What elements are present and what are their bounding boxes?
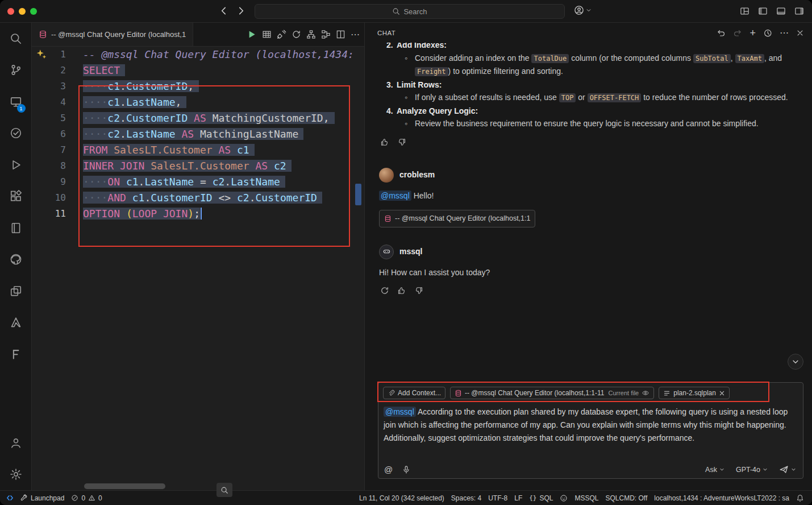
chat-history-icon[interactable]	[763, 28, 772, 38]
query-plan-icon[interactable]	[321, 30, 331, 39]
f-logo-icon[interactable]	[2, 338, 30, 370]
token-x	[213, 144, 219, 156]
command-center-search[interactable]: Search	[255, 4, 565, 19]
database-projects-icon[interactable]	[2, 275, 30, 307]
code-line[interactable]: ····c2.CustomerID AS MatchingCustomerID,	[83, 110, 354, 126]
token-x	[268, 160, 274, 172]
inline-code: TOP	[559, 93, 576, 102]
connect-plug-icon[interactable]	[277, 30, 286, 39]
chat-input-text[interactable]: @mssql According to the execution plan s…	[378, 401, 803, 445]
more-actions-icon[interactable]: ⋯	[351, 29, 360, 40]
token-x	[231, 144, 237, 156]
token-p: .	[120, 128, 126, 140]
thumbs-up-icon[interactable]	[395, 284, 408, 297]
encoding-status[interactable]: UTF-8	[485, 491, 511, 505]
extensions-icon[interactable]	[2, 181, 30, 213]
indentation-status[interactable]: Spaces: 4	[448, 491, 485, 505]
token-i: LastName	[144, 176, 194, 188]
editor-body[interactable]: 1234567891011 -- @mssql Chat Query Edito…	[32, 47, 364, 490]
accounts-icon[interactable]	[2, 427, 30, 459]
microphone-icon[interactable]	[402, 465, 411, 474]
redo-icon[interactable]	[733, 28, 742, 38]
eol-status[interactable]: LF	[511, 491, 526, 505]
code-line[interactable]: FROM SalesLT.Customer AS c1	[83, 142, 354, 158]
mention-chip[interactable]: @mssql	[384, 407, 416, 417]
model-dropdown[interactable]: GPT-4o	[736, 466, 768, 474]
thumbs-down-icon[interactable]	[395, 136, 408, 148]
code-line[interactable]: OPTION (LOOP JOIN);	[83, 206, 354, 222]
toggle-primary-sidebar-icon[interactable]	[758, 6, 768, 16]
inline-code: SubTotal	[693, 54, 731, 63]
eye-icon[interactable]	[642, 389, 649, 397]
plan-file-chip[interactable]: plan-2.sqlplan	[659, 387, 730, 399]
code-line[interactable]: ····c1.LastName,	[83, 94, 354, 110]
code-line[interactable]: ····AND c1.CustomerID <> c2.CustomerID	[83, 190, 354, 206]
horizontal-scrollbar[interactable]	[84, 483, 165, 489]
split-editor-icon[interactable]	[336, 30, 345, 39]
azure-icon[interactable]	[2, 307, 30, 339]
token-x	[194, 176, 200, 188]
problems-button[interactable]: 0 0	[68, 491, 105, 505]
code-line[interactable]: ····c1.CustomerID,	[83, 78, 354, 94]
token-i: CustomerID	[256, 192, 317, 204]
check-circle-icon[interactable]	[2, 118, 30, 150]
send-button[interactable]	[779, 465, 796, 474]
remote-indicator[interactable]	[5, 491, 16, 505]
token-k: AS	[255, 160, 268, 172]
undo-icon[interactable]	[717, 28, 726, 38]
chat-input-box[interactable]: Add Context... -- @mssql Chat Query Edit…	[378, 382, 803, 479]
code-line[interactable]: SELECT	[83, 63, 354, 78]
mode-dropdown[interactable]: Ask	[705, 466, 724, 474]
scrollbar-selection-decoration[interactable]	[355, 184, 361, 205]
launchpad-button[interactable]: Launchpad	[16, 491, 68, 505]
code-line[interactable]: ····ON c1.LastName = c2.LastName	[83, 174, 354, 190]
thumbs-up-icon[interactable]	[378, 136, 391, 148]
remote-explorer-icon[interactable]: 1	[2, 86, 30, 118]
chat-more-icon[interactable]: ⋯	[780, 27, 789, 38]
mention-picker-icon[interactable]: @	[384, 465, 393, 474]
close-chat-icon[interactable]	[796, 29, 804, 37]
customize-layout-icon[interactable]	[740, 6, 749, 16]
language-mode-status[interactable]: {} SQL	[526, 491, 556, 505]
mention-chip[interactable]: @mssql	[379, 191, 411, 201]
back-icon[interactable]	[219, 6, 229, 16]
run-and-debug-icon[interactable]	[2, 149, 30, 181]
toggle-secondary-sidebar-icon[interactable]	[794, 6, 804, 16]
toggle-panel-icon[interactable]	[776, 6, 786, 16]
mssql-status[interactable]: MSSQL	[571, 491, 602, 505]
code-line[interactable]: INNER JOIN SalesLT.Customer AS c2	[83, 158, 354, 174]
code-line[interactable]: -- @mssql Chat Query Editor (localhost,1…	[83, 47, 354, 63]
regenerate-icon[interactable]	[378, 284, 391, 297]
change-connection-icon[interactable]	[292, 30, 301, 39]
run-query-icon[interactable]	[246, 29, 257, 40]
search-view-icon[interactable]	[2, 23, 30, 55]
source-control-icon[interactable]	[2, 55, 30, 86]
current-file-chip[interactable]: -- @mssql Chat Query Editor (localhost,1…	[450, 387, 654, 399]
message-attachment-chip[interactable]: -- @mssql Chat Query Editor (localhost,1…	[379, 210, 535, 227]
zoom-window-button[interactable]	[30, 8, 37, 15]
code-area[interactable]: -- @mssql Chat Query Editor (localhost,1…	[83, 47, 354, 222]
connection-status[interactable]: localhost,1434 : AdventureWorksLT2022 : …	[651, 491, 793, 505]
account-menu[interactable]	[574, 5, 592, 15]
editor-tab[interactable]: -- @mssql Chat Query Editor (localhost,1	[32, 23, 193, 46]
feedback-smiley-icon[interactable]	[556, 491, 571, 505]
zoom-search-icon[interactable]	[216, 483, 232, 497]
settings-gear-icon[interactable]	[2, 459, 30, 491]
forward-icon[interactable]	[236, 6, 246, 16]
sqlcmd-status[interactable]: SQLCMD: Off	[602, 491, 651, 505]
github-icon[interactable]	[2, 244, 30, 276]
remove-chip-icon[interactable]	[719, 390, 725, 396]
database-icon	[39, 30, 47, 39]
scroll-to-bottom-button[interactable]	[788, 354, 803, 370]
notifications-bell-icon[interactable]	[793, 491, 807, 505]
estimated-plan-icon[interactable]	[306, 30, 316, 39]
code-line[interactable]: ····c2.LastName AS MatchingLastName	[83, 126, 354, 142]
new-chat-icon[interactable]: +	[749, 29, 756, 37]
cursor-position-status[interactable]: Ln 11, Col 20 (342 selected)	[356, 491, 448, 505]
notebook-icon[interactable]	[2, 212, 30, 244]
results-grid-icon[interactable]	[262, 30, 272, 39]
close-window-button[interactable]	[7, 8, 14, 15]
add-context-button[interactable]: Add Context...	[383, 387, 445, 399]
minimize-window-button[interactable]	[19, 8, 26, 15]
thumbs-down-icon[interactable]	[413, 284, 425, 297]
